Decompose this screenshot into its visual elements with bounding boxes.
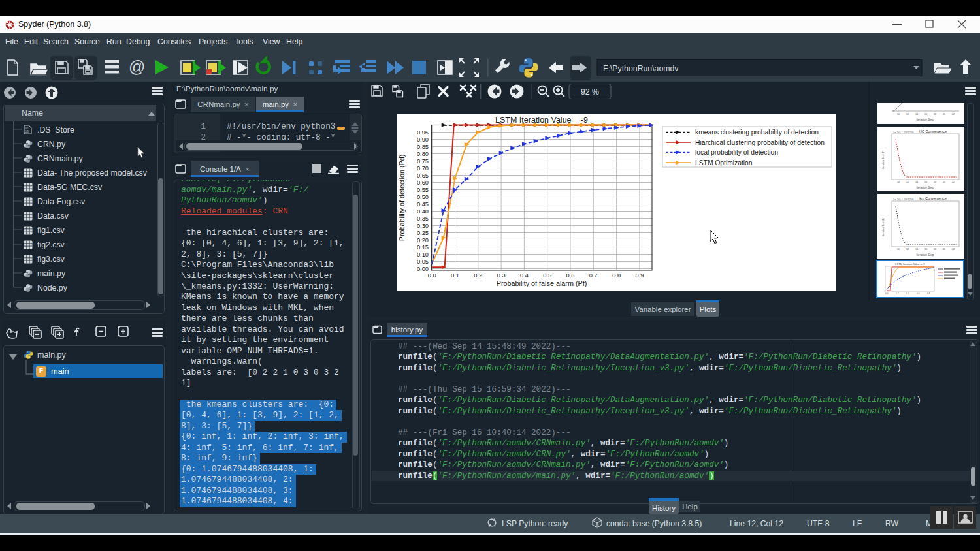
svg-text:0.0: 0.0 xyxy=(428,272,436,279)
svg-text:Iteration Test (Fr): Iteration Test (Fr) xyxy=(881,216,885,236)
svg-text:local probability of detection: local probability of detection xyxy=(695,149,778,156)
svg-text:10: 10 xyxy=(897,248,900,251)
svg-text:12: 12 xyxy=(906,181,909,183)
svg-text:22: 22 xyxy=(952,113,955,116)
svg-text:0.2: 0.2 xyxy=(474,272,482,279)
svg-text:LSTM Optimization: LSTM Optimization xyxy=(695,159,753,166)
svg-text:0.0: 0.0 xyxy=(885,292,889,295)
svg-text:0.70: 0.70 xyxy=(417,165,429,172)
svg-text:0.4: 0.4 xyxy=(906,292,909,295)
svg-text:92 %: 92 % xyxy=(581,87,599,97)
svg-text:12: 12 xyxy=(906,113,909,116)
svg-text:0.05: 0.05 xyxy=(417,259,429,265)
svg-text:0.80: 0.80 xyxy=(417,151,429,157)
svg-text:F:\PythonRun\aomdv: F:\PythonRun\aomdv xyxy=(603,64,679,73)
svg-text:0.65: 0.65 xyxy=(417,172,429,179)
svg-text:1e-10+1.0587206: 1e-10+1.0587206 xyxy=(893,131,914,134)
svg-text:0.2: 0.2 xyxy=(896,292,899,295)
svg-text:0.7: 0.7 xyxy=(589,272,598,279)
svg-text:0.55: 0.55 xyxy=(417,187,429,193)
svg-text:0.6: 0.6 xyxy=(566,272,575,279)
svg-text:0.95: 0.95 xyxy=(417,129,429,136)
svg-text:18: 18 xyxy=(934,113,936,116)
svg-text:20: 20 xyxy=(943,248,945,251)
svg-text:0.35: 0.35 xyxy=(417,215,429,222)
svg-text:HC Convergence: HC Convergence xyxy=(919,129,947,133)
svg-text:0.00: 0.00 xyxy=(417,266,429,272)
svg-text:0.20: 0.20 xyxy=(417,237,429,244)
svg-text:0.45: 0.45 xyxy=(417,201,429,208)
svg-text:0.8: 0.8 xyxy=(927,292,930,295)
svg-text:LSTM Iteration Value = -9: LSTM Iteration Value = -9 xyxy=(495,116,588,125)
svg-text:@: @ xyxy=(129,57,145,76)
svg-text:0.5: 0.5 xyxy=(543,272,551,279)
svg-text:16: 16 xyxy=(924,113,927,116)
svg-text:0.50: 0.50 xyxy=(417,194,429,200)
svg-text:0.30: 0.30 xyxy=(417,223,429,229)
svg-text:10: 10 xyxy=(897,113,900,116)
svg-text:10: 10 xyxy=(25,130,29,133)
svg-text:Hiarchical clustering probabil: Hiarchical clustering probability of det… xyxy=(695,139,825,146)
svg-text:0.40: 0.40 xyxy=(417,208,429,215)
svg-text:Probability of detection (Pd): Probability of detection (Pd) xyxy=(398,155,406,242)
svg-text:0.4: 0.4 xyxy=(520,272,529,279)
svg-text:22: 22 xyxy=(952,181,955,183)
svg-text:Iteration Step: Iteration Step xyxy=(917,186,934,189)
svg-text:0.60: 0.60 xyxy=(417,180,429,186)
svg-text:Iteration Step: Iteration Step xyxy=(917,118,934,121)
svg-text:0.90: 0.90 xyxy=(417,136,429,143)
svg-text:LSTM Iteration Value = -9: LSTM Iteration Value = -9 xyxy=(895,262,925,266)
svg-text:0.1: 0.1 xyxy=(451,272,459,279)
svg-text:18: 18 xyxy=(934,181,936,183)
svg-text:Iteration Step: Iteration Step xyxy=(917,253,934,257)
svg-text:0.8: 0.8 xyxy=(612,272,621,279)
svg-text:0.9: 0.9 xyxy=(635,272,644,279)
svg-text:Iteration Test (Fr): Iteration Test (Fr) xyxy=(881,149,885,169)
svg-text:0.3: 0.3 xyxy=(497,272,506,279)
svg-text:kmeans clustering probability: kmeans clustering probability of detecti… xyxy=(695,129,819,136)
svg-text:0.6: 0.6 xyxy=(917,292,920,295)
svg-text:10: 10 xyxy=(897,181,900,183)
svg-text:20: 20 xyxy=(943,113,945,116)
svg-text:12: 12 xyxy=(906,248,909,251)
svg-text:0.75: 0.75 xyxy=(417,158,429,165)
svg-text:18: 18 xyxy=(934,248,936,251)
svg-text:14: 14 xyxy=(915,181,918,183)
svg-text:Probability of false alarm (Pf: Probability of false alarm (Pf) xyxy=(497,279,587,287)
svg-text:16: 16 xyxy=(924,248,927,251)
svg-text:km Convergence: km Convergence xyxy=(919,197,947,200)
svg-text:0.15: 0.15 xyxy=(417,244,429,251)
svg-text:14: 14 xyxy=(915,248,918,251)
svg-text:20: 20 xyxy=(943,181,945,183)
svg-text:1e-10+1.0587206: 1e-10+1.0587206 xyxy=(893,198,914,201)
svg-text:14: 14 xyxy=(915,113,918,116)
svg-text:0.85: 0.85 xyxy=(417,144,429,150)
svg-text:0.10: 0.10 xyxy=(417,251,429,258)
svg-text:16: 16 xyxy=(924,181,927,183)
svg-text:0.25: 0.25 xyxy=(417,230,429,236)
svg-text:22: 22 xyxy=(952,248,955,251)
